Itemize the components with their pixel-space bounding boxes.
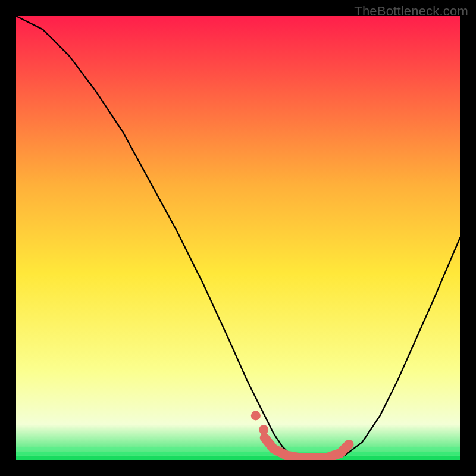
bottleneck-chart — [16, 16, 460, 460]
band-2 — [16, 452, 460, 455]
band-3 — [16, 456, 460, 460]
highlight-dot-0 — [251, 411, 261, 420]
chart-stage: TheBottleneck.com — [0, 0, 476, 476]
band-1 — [16, 447, 460, 450]
highlight-dot-1 — [259, 425, 268, 434]
gradient-background — [16, 16, 460, 460]
